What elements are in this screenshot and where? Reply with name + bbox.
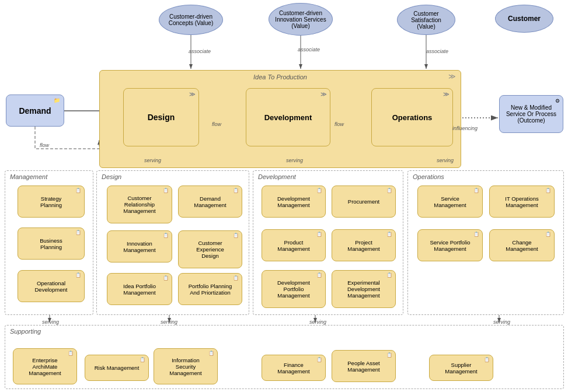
serving-label-1: serving xyxy=(144,158,161,163)
design-process: Design xyxy=(123,88,199,146)
cloud-customer: Customer xyxy=(495,5,553,33)
swimlane-supporting-label: Supporting xyxy=(10,328,41,335)
change-management[interactable]: Change Management 📋 xyxy=(489,229,555,261)
people-asset-management[interactable]: People Asset Management 📋 xyxy=(332,350,396,382)
supplier-management[interactable]: Supplier Management 📋 xyxy=(429,355,493,381)
service-portfolio-management[interactable]: Service Portfolio Management 📋 xyxy=(417,229,483,261)
operations-process: Operations xyxy=(371,88,453,146)
idea-to-production-label: Idea To Production xyxy=(253,74,307,80)
serving-label-7: serving xyxy=(493,319,510,325)
outcome-box: New & Modified Service Or Process (Outco… xyxy=(499,95,563,133)
crm[interactable]: Customer Relationship Management 📋 xyxy=(107,186,172,223)
service-management[interactable]: Service Management 📋 xyxy=(417,186,483,218)
enterprise-archimate-management[interactable]: Enterprise ArchiMate Management 📋 xyxy=(13,348,77,384)
serving-label-5: serving xyxy=(161,319,177,325)
product-management[interactable]: Product Management 📋 xyxy=(262,229,326,261)
associate-label-3: associate xyxy=(426,48,448,54)
customer-experience-design[interactable]: Customer Experience Design 📋 xyxy=(178,230,242,268)
innovation-management[interactable]: Innovation Management 📋 xyxy=(107,230,172,262)
development-portfolio-management[interactable]: Development Portfolio Management 📋 xyxy=(262,270,326,308)
risk-management[interactable]: Risk Management 📋 xyxy=(85,355,149,381)
swimlane-management-label: Management xyxy=(10,173,47,180)
project-management[interactable]: Project Management 📋 xyxy=(332,229,396,261)
serving-label-4: serving xyxy=(42,319,59,325)
portfolio-planning[interactable]: Portfolio Planning And Priortization 📋 xyxy=(178,273,242,305)
cloud-customer-satisfaction: Customer Satisfaction (Value) xyxy=(397,5,455,35)
strategy-planning[interactable]: Strategy Planning 📋 xyxy=(18,186,85,218)
flow-label-1: flow xyxy=(212,121,221,127)
idea-to-production: Idea To Production ≫ Design Development … xyxy=(99,70,461,168)
serving-label-6: serving xyxy=(309,319,326,325)
serving-label-3: serving xyxy=(437,158,454,163)
information-security-management[interactable]: Information Security Management 📋 xyxy=(154,348,218,384)
demand-box: Demand 📁 xyxy=(6,94,64,127)
serving-label-2: serving xyxy=(286,158,303,163)
idea-portfolio-management[interactable]: Idea Portfolio Management 📋 xyxy=(107,273,172,305)
development-process: Development xyxy=(246,88,330,146)
flow-label-2: flow xyxy=(334,121,344,127)
associate-label-1: associate xyxy=(189,48,211,54)
operational-development[interactable]: Operational Development 📋 xyxy=(18,270,85,302)
associate-label-2: associate xyxy=(298,47,320,52)
swimlane-operations-label: Operations xyxy=(413,173,444,180)
demand-management[interactable]: Demand Management 📋 xyxy=(178,186,242,218)
development-management[interactable]: Development Management 📋 xyxy=(262,186,326,218)
finance-management[interactable]: Finance Management 📋 xyxy=(262,355,326,381)
swimlane-design-label: Design xyxy=(102,173,121,180)
swimlane-development-label: Development xyxy=(258,173,296,180)
flow-label-3: flow xyxy=(40,142,49,148)
cloud-customer-driven-innovation: Customer-driven Innovation Services (Val… xyxy=(269,3,333,36)
influencing-label: influencing xyxy=(452,125,478,131)
business-planning[interactable]: Business Planning 📋 xyxy=(18,228,85,260)
it-operations-management[interactable]: IT Operations Management 📋 xyxy=(489,186,555,218)
cloud-customer-driven-concepts: Customer-driven Concepts (Value) xyxy=(159,5,223,35)
diagram-container: Customer-driven Concepts (Value) Custome… xyxy=(0,0,568,392)
procurement[interactable]: Procurement 📋 xyxy=(332,186,396,218)
experimental-development-management[interactable]: Experimental Development Management 📋 xyxy=(332,270,396,308)
